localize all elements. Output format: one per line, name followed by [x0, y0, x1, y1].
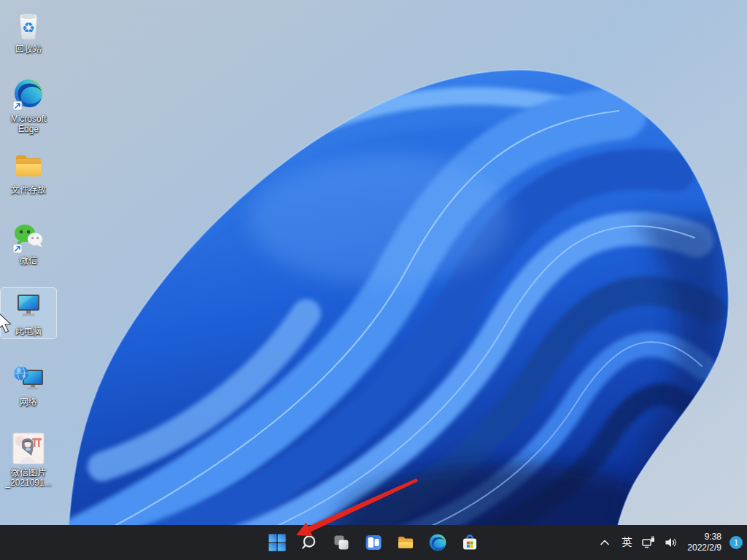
- desktop-icon-label: Microsoft Edge: [11, 114, 47, 134]
- recycle-bin-icon: ♻: [11, 7, 46, 42]
- desktop-icon-label: 此电脑: [15, 326, 42, 336]
- file-explorer-button[interactable]: [391, 528, 420, 557]
- svg-text:♻: ♻: [22, 19, 35, 36]
- widgets-icon: [364, 533, 383, 552]
- folder-icon: [11, 148, 46, 183]
- edge-icon: [11, 77, 46, 112]
- desktop-icon-label: 网络: [20, 397, 37, 407]
- desktop-icon-label: 微信图片 _2021091...: [5, 467, 51, 488]
- label-line: 微信图片: [5, 467, 51, 478]
- system-tray: 英 9:38 2022/2/9: [595, 525, 743, 560]
- notification-badge[interactable]: 1: [729, 536, 743, 549]
- network-tray-button[interactable]: [639, 533, 658, 552]
- desktop-icon-this-pc[interactable]: 此电脑: [1, 288, 56, 338]
- microsoft-store-icon: [460, 533, 479, 552]
- desktop-icon-label: 微信: [20, 255, 37, 265]
- network-icon: [11, 360, 46, 395]
- clock-time: 9:38: [687, 532, 721, 542]
- tray-overflow-button[interactable]: [595, 533, 614, 552]
- desktop-icon-microsoft-edge[interactable]: Microsoft Edge: [1, 76, 56, 136]
- image-thumbnail-icon: [11, 431, 46, 466]
- desktop-icon-network[interactable]: 网络: [1, 359, 56, 409]
- desktop-icon-label: 回收站: [15, 44, 42, 54]
- clock-date: 2022/2/9: [687, 542, 721, 553]
- speaker-icon: [664, 535, 678, 550]
- edge-button[interactable]: [423, 528, 452, 557]
- label-line: 回收站: [15, 44, 42, 54]
- file-explorer-icon: [396, 533, 415, 552]
- label-line: 文件存放: [11, 184, 46, 195]
- label-line: _2021091...: [5, 478, 51, 488]
- widgets-button[interactable]: [359, 528, 388, 557]
- ime-language-button[interactable]: 英: [618, 534, 635, 551]
- start-button[interactable]: [263, 528, 292, 557]
- label-line: Microsoft: [11, 114, 47, 124]
- label-line: Edge: [11, 124, 47, 134]
- this-pc-icon: [11, 289, 46, 324]
- desktop: ♻ 回收站 Microsoft Edge 文件存放: [0, 0, 747, 560]
- desktop-icon-wechat[interactable]: 微信: [1, 217, 56, 268]
- task-view-icon: [332, 533, 351, 552]
- desktop-icon-wechat-image[interactable]: 微信图片 _2021091...: [1, 429, 56, 490]
- start-icon: [268, 533, 287, 552]
- task-view-button[interactable]: [327, 528, 356, 557]
- taskbar: 英 9:38 2022/2/9: [0, 525, 747, 560]
- label-line: 此电脑: [15, 326, 42, 336]
- label-line: 微信: [20, 255, 37, 265]
- ethernet-icon: [641, 535, 656, 550]
- wallpaper-bloom: [0, 0, 747, 560]
- microsoft-store-button[interactable]: [455, 528, 484, 557]
- taskbar-center-group: [263, 525, 484, 560]
- label-line: 网络: [20, 397, 37, 407]
- desktop-icon-recycle-bin[interactable]: ♻ 回收站: [1, 6, 56, 56]
- edge-icon: [428, 533, 447, 552]
- volume-tray-button[interactable]: [662, 533, 681, 552]
- chevron-up-icon: [597, 535, 612, 550]
- search-icon: [300, 533, 319, 552]
- desktop-icon-label: 文件存放: [11, 184, 46, 195]
- clock[interactable]: 9:38 2022/2/9: [684, 532, 724, 553]
- wechat-icon: [11, 219, 46, 254]
- desktop-icon-folder-files[interactable]: 文件存放: [1, 147, 56, 197]
- search-button[interactable]: [295, 528, 324, 557]
